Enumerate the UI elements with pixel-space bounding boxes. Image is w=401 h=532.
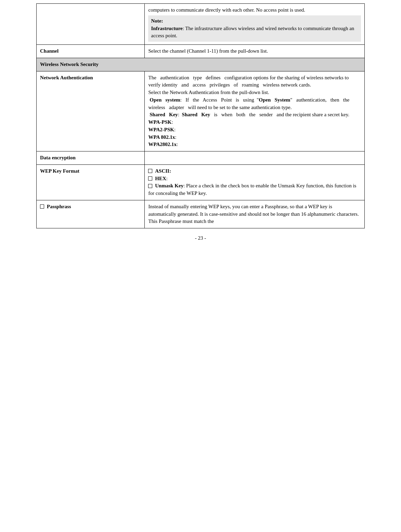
main-table: computers to communicate directly with e… — [36, 3, 365, 228]
hex-label: HEX — [155, 176, 166, 181]
unmask-label: Unmask Key — [155, 183, 183, 188]
auth-wpa-8021x: WPA 802.1x: — [148, 134, 361, 141]
table-row-network-auth: Network Authentication The authenticatio… — [37, 71, 365, 151]
cell-right-data-encryption — [145, 151, 365, 165]
auth-open-system-bold2: Open System — [259, 97, 290, 103]
cell-right-passphrass: Instead of manually entering WEP keys, y… — [145, 200, 365, 228]
auth-open-system-bold: Open system — [150, 97, 180, 103]
wpa-8021x-label: WPA 802.1x — [148, 134, 175, 140]
auth-desc: The authentication type defines configur… — [148, 74, 361, 89]
cell-right-channel: Select the channel (Channel 1-11) from t… — [145, 45, 365, 58]
auth-shared-key-bold: Shared Key — [150, 112, 178, 117]
wpa2-8021x-label: WPA2802.1x — [148, 142, 177, 147]
cell-right-network-auth: The authentication type defines configur… — [145, 71, 365, 151]
auth-wpa2-psk: WPA2-PSK: — [148, 126, 361, 134]
wireless-security-header: Wireless Network Security — [37, 58, 365, 71]
wep-ascii-line: ASCII: — [148, 168, 361, 175]
table-row-computers: computers to communicate directly with e… — [37, 4, 365, 45]
cell-left-passphrass: Passphrass — [37, 200, 145, 228]
auth-wpa2-8021x: WPA2802.1x: — [148, 141, 361, 148]
table-row-wireless-security-header: Wireless Network Security — [37, 58, 365, 71]
auth-shared-key: Shared Key: Shared Key is when both the … — [148, 111, 361, 119]
ascii-checkbox — [148, 169, 152, 173]
wpa-psk-label: WPA-PSK — [148, 119, 171, 125]
auth-open-system: Open system: If the Access Point is usin… — [148, 96, 361, 111]
table-row-wep-key-format: WEP Key Format ASCII: HEX: Unmask Key: P… — [37, 164, 365, 200]
computers-text: computers to communicate directly with e… — [148, 7, 305, 13]
cell-left-network-auth: Network Authentication — [37, 71, 145, 151]
passphrass-label: Passphrass — [47, 204, 71, 209]
ascii-label: ASCII: — [155, 168, 171, 174]
cell-left-channel: Channel — [37, 45, 145, 58]
auth-shared-key-bold2: Shared Key — [182, 112, 210, 117]
cell-left-wep-key-format: WEP Key Format — [37, 164, 145, 200]
wpa2-psk-label: WPA2-PSK — [148, 127, 174, 132]
note-box: Note: Infrastructure: The infrastructure… — [148, 15, 361, 42]
note-infrastructure-bold: Infrastructure — [151, 26, 182, 31]
hex-checkbox — [148, 176, 152, 181]
page-wrapper: computers to communicate directly with e… — [36, 3, 365, 241]
cell-right-wep-key-format: ASCII: HEX: Unmask Key: Place a check in… — [145, 164, 365, 200]
cell-left-data-encryption: Data encryption — [37, 151, 145, 165]
auth-select: Select the Network Authentication from t… — [148, 89, 361, 96]
table-row-passphrass: Passphrass Instead of manually entering … — [37, 200, 365, 228]
wep-unmask-line: Unmask Key: Place a check in the check b… — [148, 182, 361, 197]
unmask-checkbox — [148, 184, 152, 188]
cell-left-computers — [37, 4, 145, 45]
cell-right-computers: computers to communicate directly with e… — [145, 4, 365, 45]
table-row-channel: Channel Select the channel (Channel 1-11… — [37, 45, 365, 58]
table-row-data-encryption: Data encryption — [37, 151, 365, 165]
note-label: Note: — [151, 18, 163, 24]
page-number: - 23 - — [36, 235, 365, 241]
wep-hex-line: HEX: — [148, 175, 361, 183]
auth-wpa-psk: WPA-PSK: — [148, 119, 361, 126]
passphrass-checkbox — [40, 204, 44, 209]
